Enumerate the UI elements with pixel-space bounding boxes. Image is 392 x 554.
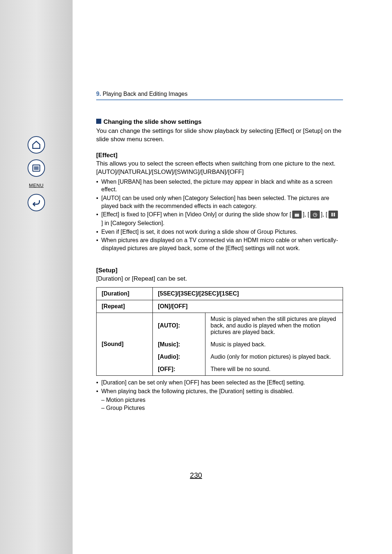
dash-item: – Group Pictures bbox=[101, 404, 343, 412]
main-content: 9. Playing Back and Editing Images Chang… bbox=[73, 0, 392, 434]
effect-bullet: Even if [Effect] is set, it does not wor… bbox=[96, 228, 343, 236]
effect-heading: [Effect] bbox=[96, 152, 343, 159]
effect-bullets: When [URBAN] has been selected, the pict… bbox=[96, 178, 343, 252]
timelapse-icon bbox=[310, 211, 320, 219]
footnote: [Duration] can be set only when [OFF] ha… bbox=[96, 379, 343, 387]
effect-options: [AUTO]/[NATURAL]/[SLOW]/[SWING]/[URBAN]/… bbox=[96, 168, 343, 176]
setup-footnotes: [Duration] can be set only when [OFF] ha… bbox=[96, 379, 343, 395]
page-number: 230 bbox=[0, 471, 392, 480]
effect-bullet: When [URBAN] has been selected, the pict… bbox=[96, 178, 343, 194]
table-row: [Repeat] [ON]/[OFF] bbox=[97, 300, 343, 313]
setup-table: [Duration] [5SEC]/[3SEC]/[2SEC]/[1SEC] [… bbox=[96, 287, 343, 376]
breadcrumb-number: 9. bbox=[96, 91, 101, 97]
back-icon[interactable] bbox=[28, 194, 45, 211]
effect-bullet: [AUTO] can be used only when [Category S… bbox=[96, 194, 343, 210]
sound-desc: There will be no sound. bbox=[205, 363, 343, 376]
calendar-icon bbox=[292, 211, 302, 219]
svg-rect-10 bbox=[334, 213, 335, 216]
footnote: When playing back the following pictures… bbox=[96, 387, 343, 395]
sound-desc: Music is played when the still pictures … bbox=[205, 313, 343, 339]
square-bullet-icon bbox=[96, 119, 101, 124]
setup-intro: [Duration] or [Repeat] can be set. bbox=[96, 275, 343, 283]
section-heading: Changing the slide show settings bbox=[96, 118, 343, 126]
sound-desc: Music is played back. bbox=[205, 338, 343, 351]
setup-heading: [Setup] bbox=[96, 267, 343, 274]
effect-bullet-with-icons: [Effect] is fixed to [OFF] when in [Vide… bbox=[96, 211, 343, 227]
breadcrumb-title: Playing Back and Editing Images bbox=[103, 91, 188, 97]
repeat-value: [ON]/[OFF] bbox=[153, 300, 343, 313]
table-row: [Sound] [AUTO]: Music is played when the… bbox=[97, 313, 343, 339]
section-intro: You can change the settings for slide sh… bbox=[96, 127, 343, 144]
stopmotion-icon bbox=[328, 211, 338, 219]
list-icon[interactable] bbox=[28, 159, 45, 177]
dash-item: – Motion pictures bbox=[101, 396, 343, 404]
breadcrumb: 9. Playing Back and Editing Images bbox=[96, 91, 343, 100]
sound-option: [Audio]: bbox=[153, 351, 205, 363]
repeat-label: [Repeat] bbox=[97, 300, 153, 313]
home-icon[interactable] bbox=[28, 136, 45, 154]
sound-option: [AUTO]: bbox=[153, 313, 205, 339]
sound-option: [Music]: bbox=[153, 338, 205, 351]
duration-value: [5SEC]/[3SEC]/[2SEC]/[1SEC] bbox=[153, 288, 343, 300]
duration-label: [Duration] bbox=[97, 288, 153, 300]
sound-label: [Sound] bbox=[97, 313, 153, 376]
sound-option: [OFF]: bbox=[153, 363, 205, 376]
svg-rect-5 bbox=[295, 213, 299, 214]
svg-rect-9 bbox=[331, 213, 333, 216]
sound-desc: Audio (only for motion pictures) is play… bbox=[205, 351, 343, 363]
table-row: [Duration] [5SEC]/[3SEC]/[2SEC]/[1SEC] bbox=[97, 288, 343, 300]
menu-button[interactable]: MENU bbox=[29, 183, 44, 188]
effect-bullet: When pictures are displayed on a TV conn… bbox=[96, 236, 343, 252]
effect-desc: This allows you to select the screen eff… bbox=[96, 160, 343, 168]
document-page: MENU 9. Playing Back and Editing Images … bbox=[0, 0, 392, 554]
